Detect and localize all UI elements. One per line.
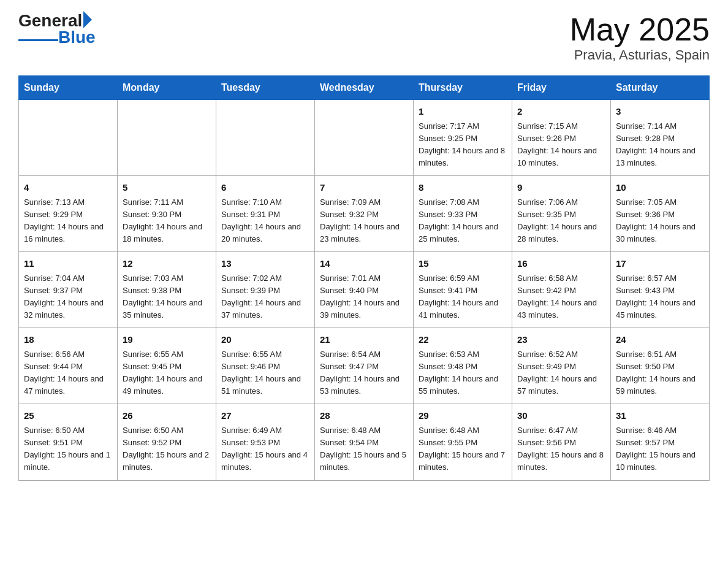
calendar-title: May 2025 [570,12,710,47]
calendar-week-row: 4Sunrise: 7:13 AM Sunset: 9:29 PM Daylig… [19,176,710,252]
day-info: Sunrise: 7:15 AM Sunset: 9:26 PM Dayligh… [517,120,605,170]
day-info: Sunrise: 6:51 AM Sunset: 9:50 PM Dayligh… [616,348,704,398]
calendar-cell: 8Sunrise: 7:08 AM Sunset: 9:33 PM Daylig… [414,176,512,252]
calendar-cell: 14Sunrise: 7:01 AM Sunset: 9:40 PM Dayli… [315,252,414,328]
calendar-cell: 22Sunrise: 6:53 AM Sunset: 9:48 PM Dayli… [414,328,512,404]
day-info: Sunrise: 7:10 AM Sunset: 9:31 PM Dayligh… [221,196,309,246]
calendar-cell: 1Sunrise: 7:17 AM Sunset: 9:25 PM Daylig… [414,100,512,176]
day-info: Sunrise: 6:48 AM Sunset: 9:54 PM Dayligh… [320,424,408,474]
day-info: Sunrise: 6:50 AM Sunset: 9:52 PM Dayligh… [123,424,211,474]
day-info: Sunrise: 7:05 AM Sunset: 9:36 PM Dayligh… [616,196,704,246]
day-number: 27 [221,409,309,423]
calendar-cell: 9Sunrise: 7:06 AM Sunset: 9:35 PM Daylig… [512,176,611,252]
calendar-cell: 13Sunrise: 7:02 AM Sunset: 9:39 PM Dayli… [216,252,315,328]
page-header: General Blue May 2025 Pravia, Asturias, … [18,12,710,63]
day-info: Sunrise: 6:46 AM Sunset: 9:57 PM Dayligh… [616,424,704,474]
calendar-cell: 5Sunrise: 7:11 AM Sunset: 9:30 PM Daylig… [118,176,216,252]
column-header-tuesday: Tuesday [216,76,315,100]
calendar-cell [118,100,216,176]
calendar-cell: 2Sunrise: 7:15 AM Sunset: 9:26 PM Daylig… [512,100,611,176]
day-info: Sunrise: 6:59 AM Sunset: 9:41 PM Dayligh… [419,272,507,322]
calendar-cell: 31Sunrise: 6:46 AM Sunset: 9:57 PM Dayli… [611,404,710,480]
day-number: 11 [24,257,112,271]
day-info: Sunrise: 7:17 AM Sunset: 9:25 PM Dayligh… [419,120,507,170]
day-info: Sunrise: 6:50 AM Sunset: 9:51 PM Dayligh… [24,424,112,474]
calendar-week-row: 18Sunrise: 6:56 AM Sunset: 9:44 PM Dayli… [19,328,710,404]
day-info: Sunrise: 7:08 AM Sunset: 9:33 PM Dayligh… [419,196,507,246]
calendar-cell: 4Sunrise: 7:13 AM Sunset: 9:29 PM Daylig… [19,176,118,252]
day-number: 23 [517,333,605,347]
calendar-cell [216,100,315,176]
day-number: 10 [616,181,704,195]
calendar-cell: 12Sunrise: 7:03 AM Sunset: 9:38 PM Dayli… [118,252,216,328]
column-header-thursday: Thursday [414,76,512,100]
day-info: Sunrise: 6:47 AM Sunset: 9:56 PM Dayligh… [517,424,605,474]
day-info: Sunrise: 6:52 AM Sunset: 9:49 PM Dayligh… [517,348,605,398]
calendar-week-row: 1Sunrise: 7:17 AM Sunset: 9:25 PM Daylig… [19,100,710,176]
calendar-cell: 23Sunrise: 6:52 AM Sunset: 9:49 PM Dayli… [512,328,611,404]
logo: General Blue [18,12,96,48]
calendar-cell: 17Sunrise: 6:57 AM Sunset: 9:43 PM Dayli… [611,252,710,328]
day-number: 5 [123,181,211,195]
calendar-cell: 26Sunrise: 6:50 AM Sunset: 9:52 PM Dayli… [118,404,216,480]
calendar-cell: 29Sunrise: 6:48 AM Sunset: 9:55 PM Dayli… [414,404,512,480]
day-info: Sunrise: 7:11 AM Sunset: 9:30 PM Dayligh… [123,196,211,246]
logo-blue-text: Blue [58,29,96,46]
day-number: 22 [419,333,507,347]
calendar-cell [315,100,414,176]
title-block: May 2025 Pravia, Asturias, Spain [570,12,710,63]
day-number: 26 [123,409,211,423]
day-number: 19 [123,333,211,347]
day-number: 3 [616,105,704,119]
day-info: Sunrise: 6:55 AM Sunset: 9:46 PM Dayligh… [221,348,309,398]
day-number: 25 [24,409,112,423]
calendar-cell: 20Sunrise: 6:55 AM Sunset: 9:46 PM Dayli… [216,328,315,404]
calendar-cell: 30Sunrise: 6:47 AM Sunset: 9:56 PM Dayli… [512,404,611,480]
calendar-cell: 28Sunrise: 6:48 AM Sunset: 9:54 PM Dayli… [315,404,414,480]
day-info: Sunrise: 6:58 AM Sunset: 9:42 PM Dayligh… [517,272,605,322]
column-header-sunday: Sunday [19,76,118,100]
day-number: 18 [24,333,112,347]
day-number: 1 [419,105,507,119]
day-number: 31 [616,409,704,423]
day-number: 13 [221,257,309,271]
calendar-cell: 3Sunrise: 7:14 AM Sunset: 9:28 PM Daylig… [611,100,710,176]
calendar-location: Pravia, Asturias, Spain [570,47,710,63]
day-info: Sunrise: 7:06 AM Sunset: 9:35 PM Dayligh… [517,196,605,246]
day-number: 9 [517,181,605,195]
day-number: 29 [419,409,507,423]
day-number: 6 [221,181,309,195]
day-number: 16 [517,257,605,271]
calendar-cell: 16Sunrise: 6:58 AM Sunset: 9:42 PM Dayli… [512,252,611,328]
day-info: Sunrise: 7:14 AM Sunset: 9:28 PM Dayligh… [616,120,704,170]
day-info: Sunrise: 6:57 AM Sunset: 9:43 PM Dayligh… [616,272,704,322]
calendar-week-row: 25Sunrise: 6:50 AM Sunset: 9:51 PM Dayli… [19,404,710,480]
day-number: 28 [320,409,408,423]
day-info: Sunrise: 6:56 AM Sunset: 9:44 PM Dayligh… [24,348,112,398]
column-header-saturday: Saturday [611,76,710,100]
day-info: Sunrise: 6:49 AM Sunset: 9:53 PM Dayligh… [221,424,309,474]
day-info: Sunrise: 7:09 AM Sunset: 9:32 PM Dayligh… [320,196,408,246]
day-info: Sunrise: 7:04 AM Sunset: 9:37 PM Dayligh… [24,272,112,322]
calendar-cell: 19Sunrise: 6:55 AM Sunset: 9:45 PM Dayli… [118,328,216,404]
calendar-cell: 25Sunrise: 6:50 AM Sunset: 9:51 PM Dayli… [19,404,118,480]
day-number: 21 [320,333,408,347]
logo-general-text: General [18,12,82,29]
calendar-cell: 15Sunrise: 6:59 AM Sunset: 9:41 PM Dayli… [414,252,512,328]
calendar-header-row: SundayMondayTuesdayWednesdayThursdayFrid… [19,76,710,100]
day-number: 12 [123,257,211,271]
day-info: Sunrise: 6:55 AM Sunset: 9:45 PM Dayligh… [123,348,211,398]
calendar-cell: 27Sunrise: 6:49 AM Sunset: 9:53 PM Dayli… [216,404,315,480]
day-number: 20 [221,333,309,347]
calendar-cell [19,100,118,176]
calendar-table: SundayMondayTuesdayWednesdayThursdayFrid… [18,75,710,480]
calendar-week-row: 11Sunrise: 7:04 AM Sunset: 9:37 PM Dayli… [19,252,710,328]
calendar-cell: 11Sunrise: 7:04 AM Sunset: 9:37 PM Dayli… [19,252,118,328]
day-info: Sunrise: 7:13 AM Sunset: 9:29 PM Dayligh… [24,196,112,246]
calendar-cell: 21Sunrise: 6:54 AM Sunset: 9:47 PM Dayli… [315,328,414,404]
calendar-cell: 6Sunrise: 7:10 AM Sunset: 9:31 PM Daylig… [216,176,315,252]
day-number: 24 [616,333,704,347]
day-info: Sunrise: 6:54 AM Sunset: 9:47 PM Dayligh… [320,348,408,398]
column-header-wednesday: Wednesday [315,76,414,100]
day-number: 2 [517,105,605,119]
